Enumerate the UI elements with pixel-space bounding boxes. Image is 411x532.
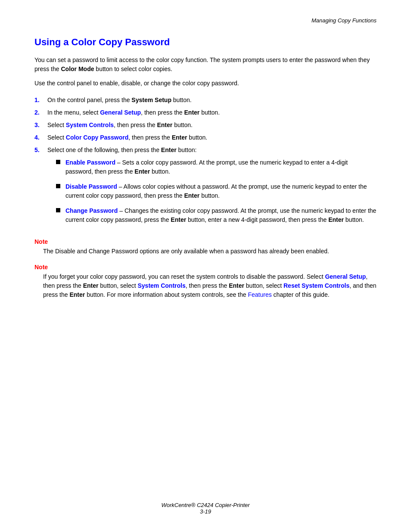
- step-5-number: 5.: [34, 146, 47, 155]
- step-3-number: 3.: [34, 121, 47, 130]
- features-link[interactable]: Features: [248, 291, 271, 298]
- page-header: Managing Copy Functions: [34, 17, 377, 24]
- system-setup-bold: System Setup: [131, 96, 171, 103]
- intro-text-1-end: button to select color copies.: [94, 65, 172, 72]
- note-2-body: If you forget your color copy password, …: [43, 272, 377, 299]
- note-enter-bold-1: Enter: [83, 282, 99, 289]
- step-4: 4. Select Color Copy Password, then pres…: [34, 133, 377, 142]
- step-5: 5. Select one of the following, then pre…: [34, 146, 377, 230]
- disable-enter-bold: Enter: [184, 192, 199, 199]
- footer-line-1: WorkCentre® C2424 Copier-Printer: [0, 502, 411, 508]
- change-password-label: Change Password: [65, 207, 118, 214]
- step-4-content: Select Color Copy Password, then press t…: [47, 133, 377, 142]
- note-1-label: Note: [34, 238, 377, 245]
- step-2-number: 2.: [34, 108, 47, 117]
- note-general-setup-link[interactable]: General Setup: [325, 273, 366, 280]
- footer-line-2: 3-19: [0, 508, 411, 515]
- change-enter-bold-2: Enter: [328, 216, 344, 223]
- control-panel-text: Use the control panel to enable, disable…: [34, 79, 377, 88]
- step-5-enter-bold: Enter: [161, 146, 177, 153]
- change-password-item: Change Password – Changes the existing c…: [56, 206, 377, 224]
- note-1-section: Note The Disable and Change Password opt…: [34, 238, 377, 256]
- step-1-content: On the control panel, press the System S…: [47, 96, 377, 105]
- step-2-content: In the menu, select General Setup, then …: [47, 108, 377, 117]
- enable-password-content: Enable Password – Sets a color copy pass…: [65, 158, 377, 176]
- note-enter-bold-2: Enter: [229, 282, 244, 289]
- disable-password-label: Disable Password: [65, 183, 117, 190]
- disable-password-item: Disable Password – Allows color copies w…: [56, 182, 377, 200]
- bullet-icon-2: [56, 184, 60, 188]
- step-3-content: Select System Controls, then press the E…: [47, 121, 377, 130]
- note-1-body: The Disable and Change Password options …: [43, 247, 377, 256]
- change-enter-bold-1: Enter: [171, 216, 186, 223]
- bullet-icon-3: [56, 208, 60, 212]
- step-3: 3. Select System Controls, then press th…: [34, 121, 377, 130]
- color-copy-password-link[interactable]: Color Copy Password: [66, 134, 128, 141]
- note-enter-bold-3: Enter: [69, 291, 85, 298]
- header-text: Managing Copy Functions: [311, 17, 377, 24]
- page-footer: WorkCentre® C2424 Copier-Printer 3-19: [0, 502, 411, 515]
- page-title: Using a Color Copy Password: [34, 37, 377, 48]
- step-4-enter-bold: Enter: [172, 134, 187, 141]
- note-reset-link[interactable]: Reset System Controls: [283, 282, 349, 289]
- enable-password-item: Enable Password – Sets a color copy pass…: [56, 158, 377, 176]
- general-setup-link[interactable]: General Setup: [100, 109, 141, 116]
- intro-bold-1: Color Mode: [61, 65, 94, 72]
- step-1: 1. On the control panel, press the Syste…: [34, 96, 377, 105]
- step-5-content: Select one of the following, then press …: [47, 146, 377, 230]
- note-system-controls-link[interactable]: System Controls: [137, 282, 185, 289]
- steps-list: 1. On the control panel, press the Syste…: [34, 96, 377, 230]
- page-container: Managing Copy Functions Using a Color Co…: [0, 0, 411, 532]
- step-2: 2. In the menu, select General Setup, th…: [34, 108, 377, 117]
- step-1-number: 1.: [34, 96, 47, 105]
- note-2-label: Note: [34, 264, 377, 271]
- disable-password-content: Disable Password – Allows color copies w…: [65, 182, 377, 200]
- change-password-content: Change Password – Changes the existing c…: [65, 206, 377, 224]
- note-2-section: Note If you forget your color copy passw…: [34, 264, 377, 299]
- sub-options-list: Enable Password – Sets a color copy pass…: [56, 158, 377, 224]
- enable-enter-bold: Enter: [134, 168, 150, 175]
- step-3-enter-bold: Enter: [157, 121, 172, 128]
- step-4-number: 4.: [34, 133, 47, 142]
- intro-paragraph-1: You can set a password to limit access t…: [34, 56, 377, 74]
- system-controls-link[interactable]: System Controls: [66, 121, 114, 128]
- bullet-icon-1: [56, 160, 60, 164]
- step-2-enter-bold: Enter: [184, 109, 200, 116]
- enable-password-label: Enable Password: [65, 159, 115, 166]
